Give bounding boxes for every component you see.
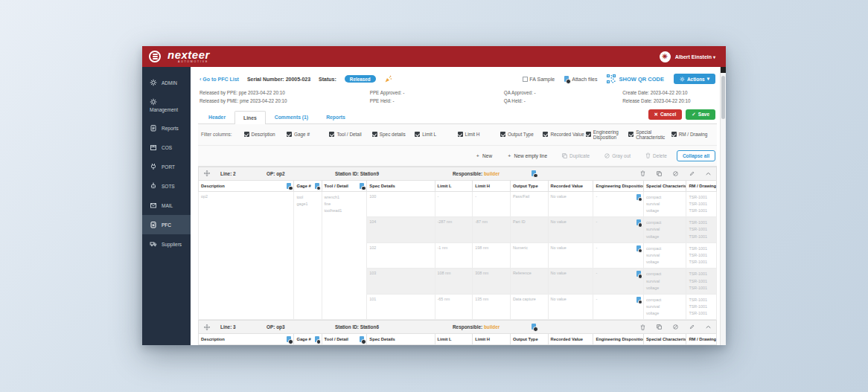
attach-files-icon[interactable]	[360, 183, 364, 189]
cell-limit-h[interactable]: 135 nm	[473, 294, 511, 320]
cell-engineering-disposition[interactable]: -	[593, 242, 644, 269]
column-header[interactable]: Output Type	[510, 180, 548, 191]
attach-files-icon[interactable]	[360, 336, 364, 342]
fa-sample-checkbox[interactable]	[523, 77, 528, 82]
attach-files-icon[interactable]	[636, 194, 641, 200]
attach-files-icon[interactable]	[636, 219, 641, 225]
cell-recorded-value[interactable]: No value	[548, 242, 593, 269]
sidebar-item-port[interactable]: PORT	[142, 157, 191, 176]
back-to-pfc-list-link[interactable]: ‹ Go to PFC List	[200, 77, 239, 82]
filter-option-spec-details[interactable]: Spec details	[372, 132, 415, 137]
cell-spec-details[interactable]: 103	[367, 269, 435, 295]
checkbox-checked-icon[interactable]	[628, 132, 634, 137]
sidebar-item-reports[interactable]: Reports	[142, 118, 191, 138]
cancel-button[interactable]: ✕ Cancel	[648, 109, 683, 120]
tab-reports[interactable]: Reports	[317, 110, 354, 123]
collapse-chevron-icon[interactable]	[706, 325, 711, 329]
column-header[interactable]: Special Characteristic	[643, 180, 686, 191]
checkbox-checked-icon[interactable]	[372, 132, 377, 137]
trash-icon[interactable]	[640, 170, 645, 176]
spec-row[interactable]: op2toolgage1wrench1finetoolhead1100 - - …	[199, 191, 717, 217]
checkbox-checked-icon[interactable]	[500, 132, 505, 137]
filter-option-engineering-disposition[interactable]: Engineering Disposition	[586, 129, 628, 140]
filter-option-output-type[interactable]: Output Type	[500, 132, 543, 137]
duplicate-button[interactable]: Duplicate	[557, 151, 595, 161]
attach-files-icon[interactable]	[287, 183, 291, 189]
cell-output-type[interactable]: Reference	[510, 269, 548, 295]
checkbox-checked-icon[interactable]	[287, 132, 292, 137]
actions-button[interactable]: Actions ▾	[674, 74, 715, 84]
hamburger-menu-icon[interactable]	[149, 51, 161, 62]
tab-lines[interactable]: Lines	[234, 111, 266, 124]
cell-rm-drawing[interactable]: TSR-1001TSR-1001TSR-1001	[686, 294, 717, 320]
cell-recorded-value[interactable]: No value	[548, 191, 593, 217]
filter-option-gage[interactable]: Gage #	[287, 132, 329, 137]
cell-output-type[interactable]: Numeric	[510, 242, 548, 269]
attach-files-icon[interactable]	[287, 336, 291, 342]
attach-files-button[interactable]: Attach files	[564, 76, 597, 82]
scrollbar-thumb[interactable]	[721, 76, 725, 119]
checkbox-checked-icon[interactable]	[415, 132, 420, 137]
cell-special-characteristic[interactable]: compactsurvivalvoltage	[643, 217, 686, 243]
attach-files-icon[interactable]	[636, 245, 641, 251]
sidebar-item-admin[interactable]: ADMIN	[142, 73, 191, 92]
column-header[interactable]: Limit L	[435, 334, 473, 345]
trash-icon[interactable]	[640, 324, 645, 330]
attach-files-icon[interactable]	[636, 271, 641, 277]
show-qr-code-button[interactable]: SHOW QR CODE	[607, 74, 663, 83]
cell-rm-drawing[interactable]: TSR-1001TSR-1001TSR-1001	[686, 217, 717, 243]
cell-description[interactable]: op2	[199, 191, 294, 320]
duplicate-icon[interactable]	[657, 171, 662, 176]
sidebar-item-suppliers[interactable]: Suppliers	[142, 234, 191, 254]
column-header[interactable]: Recorded Value	[548, 334, 593, 345]
cell-limit-h[interactable]: 198 nm	[473, 242, 511, 269]
cell-tool-detail[interactable]: wrench1finetoolhead1	[322, 191, 367, 320]
filter-option-limit-h[interactable]: Limit H	[458, 132, 500, 137]
column-header[interactable]: Engineering Disposition	[593, 180, 644, 191]
save-button[interactable]: ✓ Save	[686, 109, 715, 120]
move-icon[interactable]	[204, 170, 210, 176]
cell-output-type[interactable]: Pass/Fail	[510, 191, 548, 217]
cell-recorded-value[interactable]: No value	[548, 217, 593, 243]
cell-limit-l[interactable]: -1 nm	[435, 242, 473, 269]
attach-files-icon[interactable]	[315, 183, 319, 189]
cell-engineering-disposition[interactable]: -	[593, 269, 644, 295]
cell-spec-details[interactable]: 100	[367, 191, 435, 217]
column-header[interactable]: Limit H	[473, 334, 511, 345]
column-header[interactable]: Recorded Value	[548, 180, 593, 191]
cell-special-characteristic[interactable]: compactsurvivalvoltage	[643, 242, 686, 269]
cell-output-type[interactable]: Data capture	[510, 294, 548, 320]
slash-circle-icon[interactable]	[673, 324, 678, 330]
cell-engineering-disposition[interactable]: -	[593, 191, 644, 217]
column-header[interactable]: Limit H	[473, 180, 511, 191]
checkbox-checked-icon[interactable]	[586, 132, 591, 137]
cell-rm-drawing[interactable]: TSR-1001TSR-1001TSR-1001	[686, 242, 717, 269]
cell-spec-details[interactable]: 102	[367, 242, 435, 269]
filter-option-recorded-value[interactable]: Recorded Value	[543, 132, 585, 137]
column-header[interactable]: Limit L	[435, 180, 473, 191]
tab-header[interactable]: Header	[200, 110, 234, 123]
filter-option-rm-drawing[interactable]: RM / Drawing	[671, 132, 714, 137]
vertical-scrollbar[interactable]	[720, 67, 726, 345]
checkbox-checked-icon[interactable]	[458, 132, 463, 137]
cell-special-characteristic[interactable]: compactsurvivalvoltage	[643, 191, 686, 217]
filter-option-special-characteristic[interactable]: Special Characteristic	[628, 129, 671, 140]
cell-limit-h[interactable]: -	[473, 191, 511, 217]
cell-spec-details[interactable]: 101	[367, 294, 435, 320]
fa-sample-option[interactable]: FA Sample	[523, 77, 555, 82]
sidebar-item-pfc[interactable]: PFC	[142, 215, 191, 234]
cell-engineering-disposition[interactable]: -	[593, 294, 644, 320]
cell-limit-h[interactable]: -87 nm	[473, 217, 511, 243]
cell-rm-drawing[interactable]: TSR-1001TSR-1001TSR-1001	[686, 191, 717, 217]
cell-limit-l[interactable]: -287 nm	[435, 217, 473, 243]
collapse-all-button[interactable]: Collapse all	[677, 150, 715, 161]
column-header[interactable]: RM / Drawing	[686, 334, 717, 345]
user-menu[interactable]: Albert Einstein ▾	[675, 54, 715, 60]
column-header[interactable]: Gage #	[294, 180, 322, 191]
checkbox-checked-icon[interactable]	[671, 132, 677, 137]
attach-files-icon[interactable]	[315, 336, 319, 342]
column-header[interactable]: Tool / Detail	[322, 180, 367, 191]
cell-special-characteristic[interactable]: compactsurvivalvoltage	[643, 269, 686, 295]
column-header[interactable]: Engineering Disposition	[593, 334, 644, 345]
cell-rm-drawing[interactable]: TSR-1001TSR-1001TSR-1001	[686, 269, 717, 295]
